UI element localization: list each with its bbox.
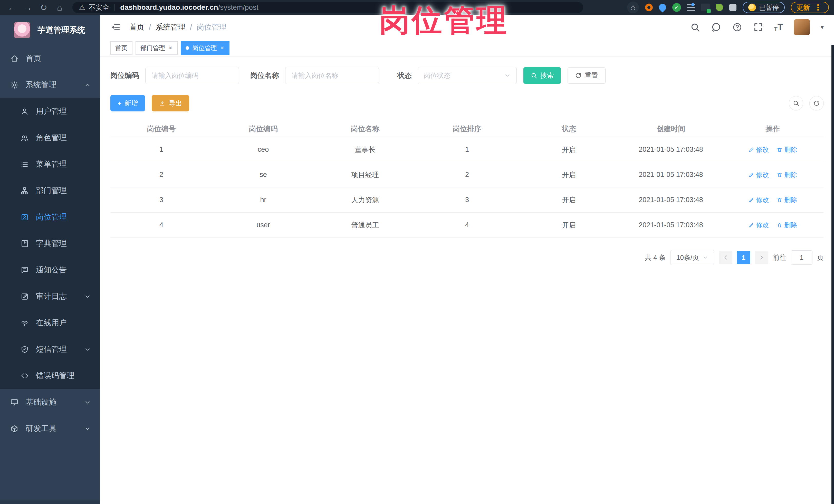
address-bar[interactable]: ⚠ 不安全 dashboard.yudao.iocoder.cn /system… [72, 2, 583, 13]
browser-forward-icon[interactable]: → [21, 1, 35, 14]
chevron-down-icon [84, 293, 91, 300]
extension-orange-ring-icon[interactable] [645, 4, 653, 11]
add-button[interactable]: + 新增 [110, 95, 145, 111]
chevron-down-icon [84, 346, 91, 353]
page-size-select[interactable]: 10条/页 [670, 250, 715, 265]
export-button[interactable]: 导出 [152, 95, 189, 111]
breadcrumb-system-management: 系统管理 [156, 22, 185, 32]
browser-menu-dots-icon[interactable]: ⋮ [813, 3, 823, 12]
tab-home[interactable]: 首页 [110, 41, 132, 55]
sidebar-item-home[interactable]: 首页 [0, 45, 100, 72]
font-size-icon[interactable]: TT [774, 23, 783, 32]
sidebar-collapse-icon[interactable] [110, 22, 120, 32]
box-icon [10, 425, 19, 433]
extension-dark-card-icon[interactable] [701, 4, 710, 11]
breadcrumb-home[interactable]: 首页 [129, 22, 144, 32]
sidebar-item-role-management[interactable]: 角色管理 [0, 125, 100, 151]
extensions-puzzle-icon[interactable] [729, 4, 737, 11]
edit-link[interactable]: 修改 [748, 171, 769, 179]
edit-link[interactable]: 修改 [748, 221, 769, 229]
github-icon[interactable] [711, 22, 721, 32]
breadcrumb-post-management: 岗位管理 [197, 22, 226, 32]
sidebar-item-error-code-management[interactable]: 错误码管理 [0, 363, 100, 389]
not-secure-label: 不安全 [89, 3, 109, 12]
page-scrollbar[interactable] [831, 45, 834, 504]
sidebar-item-dept-management[interactable]: 部门管理 [0, 177, 100, 204]
pagination: 共 4 条 10条/页 1 前往 页 [110, 250, 824, 265]
post-name-input[interactable] [285, 67, 379, 84]
chevron-left-icon [722, 254, 729, 261]
sidebar-logo-row[interactable]: 芋道管理系统 [0, 15, 100, 45]
chevron-right-icon [758, 254, 765, 261]
table-toolbar: + 新增 导出 [110, 95, 824, 111]
edit-link[interactable]: 修改 [748, 196, 769, 204]
sidebar-item-menu-management[interactable]: 菜单管理 [0, 151, 100, 177]
status-select[interactable]: 岗位状态 [418, 67, 517, 84]
refresh-table-button[interactable] [809, 96, 824, 110]
browser-extensions-area: ☆ ✓ 已暂停 更新 ⋮ [627, 2, 829, 13]
sidebar-item-online-users[interactable]: 在线用户 [0, 310, 100, 336]
goto-page-input[interactable] [791, 250, 812, 265]
prev-page-button[interactable] [719, 251, 732, 264]
extension-leaf-icon[interactable] [716, 4, 723, 11]
paused-badge[interactable]: 已暂停 [743, 2, 785, 13]
page-number-button[interactable]: 1 [737, 251, 750, 264]
trash-icon [777, 172, 783, 178]
browser-back-icon[interactable]: ← [5, 1, 19, 14]
app-logo [14, 22, 30, 38]
header-search-icon[interactable] [690, 22, 700, 32]
sidebar-item-dict-management[interactable]: 字典管理 [0, 230, 100, 257]
gear-icon [10, 81, 19, 89]
extension-green-check-icon[interactable]: ✓ [672, 3, 681, 12]
column-header: 操作 [722, 124, 824, 134]
sidebar-item-infrastructure[interactable]: 基础设施 [0, 389, 100, 415]
table-toolbar-right [789, 96, 824, 110]
sidebar-item-dev-tools[interactable]: 研发工具 [0, 415, 100, 442]
page-unit-label: 页 [817, 253, 824, 262]
close-icon[interactable]: × [168, 45, 173, 51]
sidebar-item-user-management[interactable]: 用户管理 [0, 98, 100, 125]
pencil-icon [748, 147, 754, 153]
page-content: 岗位编码 岗位名称 状态 岗位状态 搜索 重置 [100, 57, 834, 504]
extension-sliders-icon[interactable] [687, 4, 695, 11]
breadcrumb: 首页 / 系统管理 / 岗位管理 [129, 22, 226, 32]
tags-view-bar: 首页 部门管理 × 岗位管理 × [100, 40, 834, 57]
fullscreen-icon[interactable] [753, 22, 763, 32]
delete-link[interactable]: 删除 [777, 171, 797, 179]
app-shell: 芋道管理系统 首页 系统管理 用户管理 角色管理 菜单管理 部门管理 [0, 15, 834, 504]
chevron-down-icon [703, 255, 708, 260]
search-icon [531, 72, 537, 79]
avatar-caret-down-icon[interactable]: ▾ [821, 24, 824, 31]
chevron-down-icon [84, 425, 91, 432]
sidebar-item-audit-log[interactable]: 审计日志 [0, 283, 100, 310]
chevron-down-icon [504, 72, 511, 79]
search-button[interactable]: 搜索 [523, 67, 561, 84]
extension-location-drop-icon[interactable] [657, 2, 668, 13]
delete-link[interactable]: 删除 [777, 196, 797, 204]
browser-reload-icon[interactable]: ↻ [37, 1, 50, 14]
tab-dept-management[interactable]: 部门管理 × [135, 41, 178, 55]
tab-post-management[interactable]: 岗位管理 × [181, 41, 229, 55]
browser-home-icon[interactable]: ⌂ [53, 1, 66, 14]
browser-update-button[interactable]: 更新 ⋮ [791, 2, 829, 13]
close-icon[interactable]: × [220, 45, 225, 51]
edit-link[interactable]: 修改 [748, 145, 769, 154]
user-avatar[interactable] [794, 19, 810, 35]
post-code-input[interactable] [145, 67, 239, 84]
trash-icon [777, 147, 783, 153]
help-question-icon[interactable] [732, 22, 742, 32]
next-page-button[interactable] [755, 251, 768, 264]
sidebar-item-system-management[interactable]: 系统管理 [0, 72, 100, 98]
delete-link[interactable]: 删除 [777, 145, 797, 154]
id-badge-icon [21, 213, 29, 221]
sidebar-item-notice[interactable]: 通知公告 [0, 257, 100, 283]
reset-button[interactable]: 重置 [568, 67, 606, 84]
bookmark-star-icon[interactable]: ☆ [627, 2, 639, 13]
pencil-icon [748, 172, 754, 178]
main-area: 首页 / 系统管理 / 岗位管理 TT ▾ 首页 [100, 15, 834, 504]
sidebar-item-sms-management[interactable]: 短信管理 [0, 336, 100, 363]
delete-link[interactable]: 删除 [777, 221, 797, 229]
toggle-search-button[interactable] [789, 96, 803, 110]
sidebar-item-post-management[interactable]: 岗位管理 [0, 204, 100, 230]
code-icon [21, 372, 29, 380]
